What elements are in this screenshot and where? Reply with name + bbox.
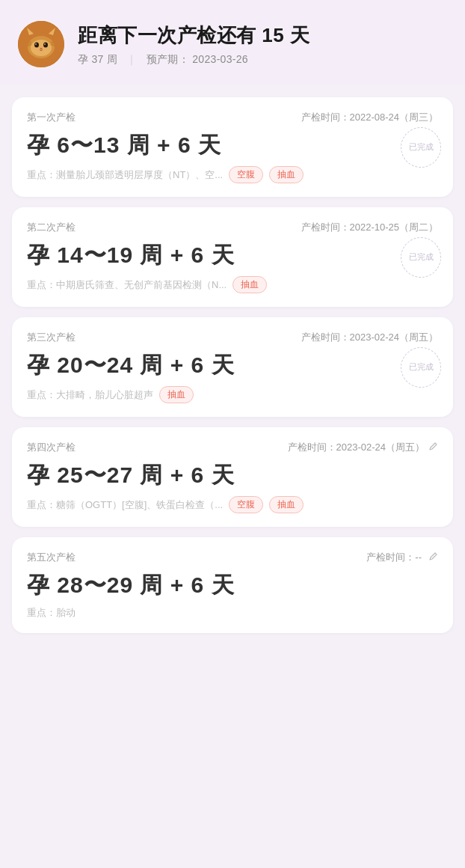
card-2-date: 产检时间：2022-10-25（周二） — [301, 221, 439, 234]
card-2-completed-badge: 已完成 — [401, 237, 441, 278]
card-1-date: 产检时间：2022-08-24（周三） — [301, 111, 439, 124]
card-1-header: 第一次产检 产检时间：2022-08-24（周三） — [27, 111, 438, 124]
card-4-week: 孕 25〜27 周 + 6 天 — [27, 462, 438, 489]
card-3-order: 第三次产检 — [27, 331, 76, 344]
tag-chouxue-1: 抽血 — [269, 166, 304, 183]
avatar — [18, 21, 64, 67]
prenatal-card-3[interactable]: 第三次产检 产检时间：2023-02-24（周五） 孕 20〜24 周 + 6 … — [12, 317, 453, 417]
cards-container: 第一次产检 产检时间：2022-08-24（周三） 孕 6〜13 周 + 6 天… — [0, 85, 465, 645]
card-3-date: 产检时间：2023-02-24（周五） — [301, 331, 439, 344]
completed-circle-2: 已完成 — [401, 237, 441, 278]
card-3-desc: 重点：大排畸，胎儿心脏超声 抽血 — [27, 386, 438, 403]
card-4-header: 第四次产检 产检时间：2023-02-24（周五） — [27, 441, 438, 454]
completed-circle-3: 已完成 — [401, 347, 441, 388]
card-3-header: 第三次产检 产检时间：2023-02-24（周五） — [27, 331, 438, 344]
card-5-desc-text: 重点：胎动 — [27, 606, 76, 620]
card-3-week: 孕 20〜24 周 + 6 天 — [27, 352, 438, 379]
card-2-desc-text: 重点：中期唐氏筛查、无创产前基因检测（N... — [27, 278, 227, 292]
prenatal-card-5[interactable]: 第五次产检 产检时间：-- 孕 28〜29 周 + 6 天 重点：胎动 — [12, 537, 453, 633]
edit-icon[interactable] — [428, 441, 438, 453]
header-subtitle: 孕 37 周 ｜ 预产期： 2023-03-26 — [78, 53, 310, 67]
card-5-header: 第五次产检 产检时间：-- — [27, 551, 438, 564]
tag-kongfu-1: 空腹 — [229, 166, 263, 183]
card-4-desc-text: 重点：糖筛（OGTT）[空腹]、铁蛋白检查（... — [27, 498, 223, 512]
svg-point-7 — [34, 43, 39, 48]
card-4-order: 第四次产检 — [27, 441, 76, 454]
card-1-desc-text: 重点：测量胎儿颈部透明层厚度（NT）、空... — [27, 168, 223, 182]
card-5-order: 第五次产检 — [27, 551, 76, 564]
prenatal-card-4[interactable]: 第四次产检 产检时间：2023-02-24（周五） 孕 25〜27 周 + 6 … — [12, 427, 453, 527]
card-5-date: 产检时间：-- — [366, 551, 438, 564]
card-5-desc: 重点：胎动 — [27, 606, 438, 620]
card-3-desc-text: 重点：大排畸，胎儿心脏超声 — [27, 388, 153, 402]
page-title: 距离下一次产检还有 15 天 — [78, 22, 310, 49]
card-2-week: 孕 14〜19 周 + 6 天 — [27, 242, 438, 269]
due-date: 2023-03-26 — [192, 53, 248, 65]
tag-chouxue-4: 抽血 — [269, 496, 304, 513]
week-label: 孕 37 周 — [78, 53, 117, 65]
prenatal-card-2[interactable]: 第二次产检 产检时间：2022-10-25（周二） 孕 14〜19 周 + 6 … — [12, 207, 453, 307]
header: 距离下一次产检还有 15 天 孕 37 周 ｜ 预产期： 2023-03-26 — [0, 0, 465, 85]
header-text: 距离下一次产检还有 15 天 孕 37 周 ｜ 预产期： 2023-03-26 — [78, 22, 310, 67]
due-label: 预产期： — [147, 53, 189, 65]
card-5-week: 孕 28〜29 周 + 6 天 — [27, 572, 438, 599]
card-1-desc: 重点：测量胎儿颈部透明层厚度（NT）、空... 空腹 抽血 — [27, 166, 438, 183]
card-3-completed-badge: 已完成 — [401, 347, 441, 388]
card-4-date: 产检时间：2023-02-24（周五） — [288, 441, 439, 454]
card-4-desc: 重点：糖筛（OGTT）[空腹]、铁蛋白检查（... 空腹 抽血 — [27, 496, 438, 513]
separator: ｜ — [126, 53, 137, 65]
prenatal-card-1[interactable]: 第一次产检 产检时间：2022-08-24（周三） 孕 6〜13 周 + 6 天… — [12, 97, 453, 197]
completed-circle-1: 已完成 — [401, 127, 441, 168]
card-2-header: 第二次产检 产检时间：2022-10-25（周二） — [27, 221, 438, 234]
tag-chouxue-3: 抽血 — [159, 386, 194, 403]
avatar-image — [18, 21, 64, 67]
edit-icon-5[interactable] — [428, 551, 438, 563]
tag-chouxue-2: 抽血 — [232, 276, 267, 293]
card-1-completed-badge: 已完成 — [401, 127, 441, 168]
card-2-desc: 重点：中期唐氏筛查、无创产前基因检测（N... 抽血 — [27, 276, 438, 293]
svg-point-9 — [35, 43, 37, 45]
svg-point-8 — [43, 43, 48, 48]
card-1-week: 孕 6〜13 周 + 6 天 — [27, 132, 438, 159]
tag-kongfu-4: 空腹 — [229, 496, 263, 513]
card-1-order: 第一次产检 — [27, 111, 76, 124]
svg-point-10 — [44, 43, 46, 45]
card-2-order: 第二次产检 — [27, 221, 76, 234]
